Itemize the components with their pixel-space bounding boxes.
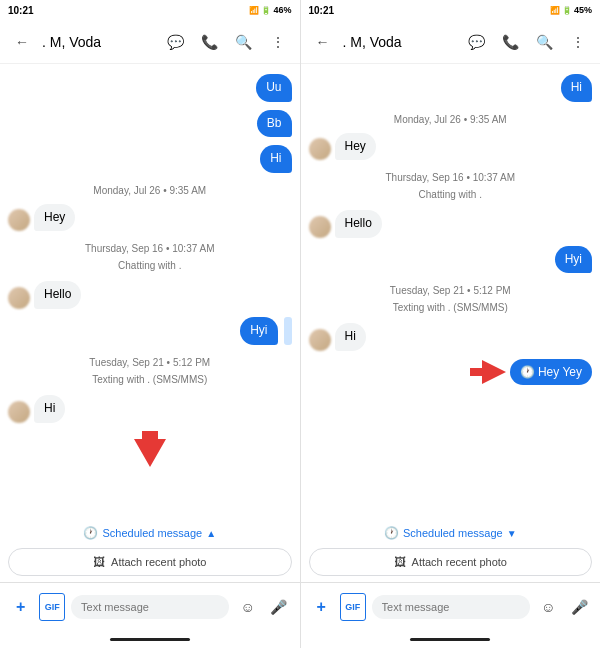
table-row: Hi bbox=[8, 395, 292, 423]
left-chevron-icon: ▲ bbox=[206, 528, 216, 539]
left-emoji-button[interactable]: ☺ bbox=[235, 593, 260, 621]
left-bubble-bb: Bb bbox=[257, 110, 292, 138]
table-row: Hi bbox=[8, 145, 292, 173]
right-bubble-hi2: Hi bbox=[335, 323, 366, 351]
table-row: Uu bbox=[8, 74, 292, 102]
right-chat-area: Hi Monday, Jul 26 • 9:35 AM Hey Thursday… bbox=[301, 64, 601, 520]
left-bubble-hey: Hey bbox=[34, 204, 75, 232]
left-avatar-3 bbox=[8, 401, 30, 423]
left-scheduled-label: Scheduled message bbox=[102, 527, 202, 539]
right-avatar-2 bbox=[309, 216, 331, 238]
left-bubble-hi2: Hi bbox=[34, 395, 65, 423]
right-input-bar: + GIF ☺ 🎤 bbox=[301, 582, 601, 630]
left-date-2: Thursday, Sep 16 • 10:37 AM bbox=[8, 243, 292, 254]
left-screen: 10:21 📶 🔋 46% ← . M, Voda 💬 📞 🔍 ⋮ Uu B bbox=[0, 0, 301, 648]
right-search-icon-btn[interactable]: 🔍 bbox=[530, 28, 558, 56]
left-sub-1: Chatting with . bbox=[8, 260, 292, 271]
right-scheduled-bubble-text: Hey Yey bbox=[538, 365, 582, 379]
right-phone-icon-btn[interactable]: 📞 bbox=[496, 28, 524, 56]
left-image-icon: 🖼 bbox=[93, 555, 105, 569]
left-date-3: Tuesday, Sep 21 • 5:12 PM bbox=[8, 357, 292, 368]
left-phone-icon-btn[interactable]: 📞 bbox=[196, 28, 224, 56]
table-row: Hello bbox=[309, 210, 593, 238]
right-emoji-button[interactable]: ☺ bbox=[536, 593, 561, 621]
table-row: Hi bbox=[309, 74, 593, 102]
left-status-bar: 10:21 📶 🔋 46% bbox=[0, 0, 300, 20]
right-scheduled-clock-icon: 🕐 bbox=[520, 365, 535, 379]
left-avatar-1 bbox=[8, 209, 30, 231]
right-bubble-hi1: Hi bbox=[561, 74, 592, 102]
left-avatar-2 bbox=[8, 287, 30, 309]
right-home-indicator bbox=[301, 630, 601, 648]
right-sub-1: Chatting with . bbox=[309, 189, 593, 200]
left-date-1: Monday, Jul 26 • 9:35 AM bbox=[8, 185, 292, 196]
left-time: 10:21 bbox=[8, 5, 34, 16]
svg-marker-1 bbox=[470, 360, 506, 384]
left-bubble-hello: Hello bbox=[34, 281, 81, 309]
table-row: Hey bbox=[8, 204, 292, 232]
right-attach-label: Attach recent photo bbox=[412, 556, 507, 568]
left-attach-photo-button[interactable]: 🖼 Attach recent photo bbox=[8, 548, 292, 576]
left-more-icon-btn[interactable]: ⋮ bbox=[264, 28, 292, 56]
left-bubble-hyi: Hyi bbox=[240, 317, 277, 345]
right-clock-icon: 🕐 bbox=[384, 526, 399, 540]
left-search-icon-btn[interactable]: 🔍 bbox=[230, 28, 258, 56]
right-date-3: Tuesday, Sep 21 • 5:12 PM bbox=[309, 285, 593, 296]
right-back-button[interactable]: ← bbox=[309, 28, 337, 56]
right-battery: 45% bbox=[574, 5, 592, 15]
right-date-2: Thursday, Sep 16 • 10:37 AM bbox=[309, 172, 593, 183]
table-row: Hyi bbox=[309, 246, 593, 274]
left-title: . M, Voda bbox=[42, 34, 156, 50]
left-bubble-hi1: Hi bbox=[260, 145, 291, 173]
right-red-arrow bbox=[470, 360, 506, 384]
right-scheduled-bar[interactable]: 🕐 Scheduled message ▼ bbox=[301, 520, 601, 544]
right-bubble-hey: Hey bbox=[335, 133, 376, 161]
left-bubble-uu: Uu bbox=[256, 74, 291, 102]
right-avatar-3 bbox=[309, 329, 331, 351]
left-battery: 46% bbox=[273, 5, 291, 15]
table-row: Bb bbox=[8, 110, 292, 138]
left-gif-button[interactable]: GIF bbox=[39, 593, 65, 621]
table-row: 🕐 Hey Yey bbox=[309, 359, 593, 385]
left-input-bar: + GIF ☺ 🎤 bbox=[0, 582, 300, 630]
left-add-button[interactable]: + bbox=[8, 593, 33, 621]
right-sub-2: Texting with . (SMS/MMS) bbox=[309, 302, 593, 313]
right-title: . M, Voda bbox=[343, 34, 457, 50]
right-add-button[interactable]: + bbox=[309, 593, 334, 621]
left-app-bar: ← . M, Voda 💬 📞 🔍 ⋮ bbox=[0, 20, 300, 64]
right-message-icon-btn[interactable]: 💬 bbox=[462, 28, 490, 56]
left-attach-label: Attach recent photo bbox=[111, 556, 206, 568]
right-home-bar bbox=[410, 638, 490, 641]
left-red-arrow bbox=[130, 431, 170, 467]
table-row: Hi bbox=[309, 323, 593, 351]
right-chevron-icon: ▼ bbox=[507, 528, 517, 539]
left-scheduled-bar[interactable]: 🕐 Scheduled message ▲ bbox=[0, 520, 300, 544]
right-screen: 10:21 📶 🔋 45% ← . M, Voda 💬 📞 🔍 ⋮ Hi Mon… bbox=[301, 0, 601, 648]
right-scheduled-label: Scheduled message bbox=[403, 527, 503, 539]
right-bubble-hyi: Hyi bbox=[555, 246, 592, 274]
right-bubble-hello: Hello bbox=[335, 210, 382, 238]
left-back-button[interactable]: ← bbox=[8, 28, 36, 56]
right-gif-button[interactable]: GIF bbox=[340, 593, 366, 621]
left-home-indicator bbox=[0, 630, 300, 648]
left-mic-button[interactable]: 🎤 bbox=[266, 593, 291, 621]
left-sub-2: Texting with . (SMS/MMS) bbox=[8, 374, 292, 385]
right-time: 10:21 bbox=[309, 5, 335, 16]
right-status-bar: 10:21 📶 🔋 45% bbox=[301, 0, 601, 20]
right-more-icon-btn[interactable]: ⋮ bbox=[564, 28, 592, 56]
right-attach-photo-button[interactable]: 🖼 Attach recent photo bbox=[309, 548, 593, 576]
left-text-input[interactable] bbox=[71, 595, 229, 619]
table-row: Hyi bbox=[8, 317, 292, 345]
right-avatar-1 bbox=[309, 138, 331, 160]
left-clock-icon: 🕐 bbox=[83, 526, 98, 540]
right-image-icon: 🖼 bbox=[394, 555, 406, 569]
table-row: Hello bbox=[8, 281, 292, 309]
table-row: Hey bbox=[309, 133, 593, 161]
left-home-bar bbox=[110, 638, 190, 641]
right-app-bar: ← . M, Voda 💬 📞 🔍 ⋮ bbox=[301, 20, 601, 64]
right-mic-button[interactable]: 🎤 bbox=[567, 593, 592, 621]
left-chat-area: Uu Bb Hi Monday, Jul 26 • 9:35 AM Hey Th… bbox=[0, 64, 300, 520]
left-message-icon-btn[interactable]: 💬 bbox=[162, 28, 190, 56]
svg-marker-0 bbox=[134, 431, 166, 467]
right-text-input[interactable] bbox=[372, 595, 530, 619]
